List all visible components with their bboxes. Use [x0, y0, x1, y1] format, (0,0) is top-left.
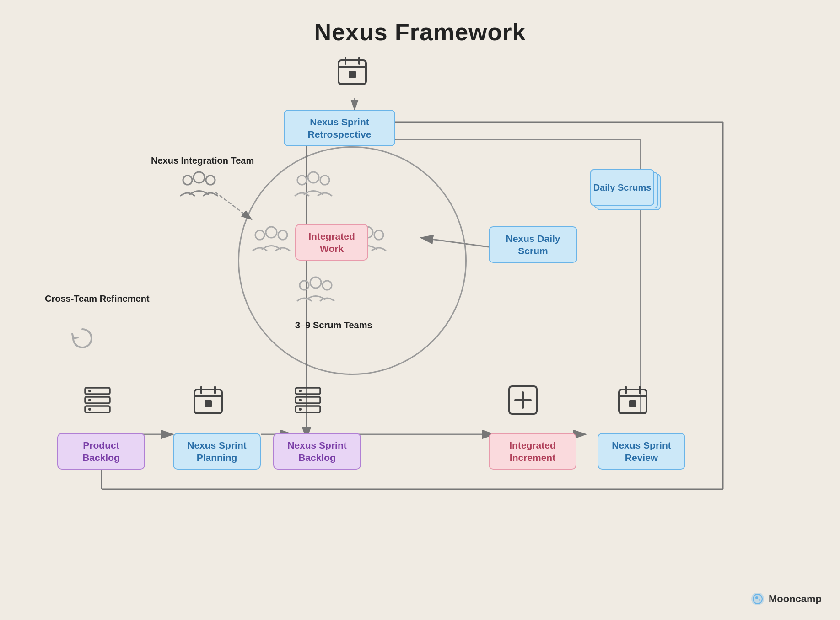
team-icon-top	[293, 169, 334, 203]
retrospective-icon-container	[336, 55, 368, 87]
nexus-integration-team-icon	[178, 169, 220, 203]
svg-rect-25	[349, 71, 356, 78]
calendar-icon	[336, 55, 368, 87]
svg-point-69	[759, 599, 760, 601]
svg-point-55	[299, 390, 302, 392]
mooncamp-logo	[750, 592, 765, 606]
svg-point-56	[299, 399, 302, 401]
product-backlog-box: Product Backlog	[57, 433, 145, 470]
mooncamp-text: Mooncamp	[769, 593, 822, 605]
product-backlog-icon-container	[81, 384, 113, 416]
team-icon-left	[251, 224, 292, 258]
refinement-refresh-icon	[69, 325, 96, 354]
svg-point-57	[299, 408, 302, 411]
integrated-work-box: Integrated Work	[295, 224, 368, 261]
sprint-review-icon-container	[617, 384, 649, 416]
svg-point-45	[88, 399, 91, 401]
integrated-increment-box: Integrated Increment	[489, 433, 576, 470]
svg-point-26	[194, 172, 205, 183]
sprint-top-team-icon	[293, 169, 334, 203]
team-icon-bottom	[295, 274, 336, 309]
calendar-icon-review	[617, 384, 649, 416]
plus-icon-increment	[507, 384, 539, 416]
server-icon-product-backlog	[81, 384, 113, 416]
retrospective-box: Nexus Sprint Retrospective	[284, 110, 395, 146]
svg-point-33	[255, 230, 264, 240]
svg-point-27	[183, 176, 192, 185]
svg-point-30	[297, 176, 307, 185]
page-title: Nexus Framework	[0, 0, 840, 46]
svg-point-32	[266, 227, 277, 238]
sprint-planning-box: Nexus Sprint Planning	[173, 433, 261, 470]
mooncamp-brand: Mooncamp	[750, 592, 822, 606]
svg-line-11	[215, 192, 252, 219]
server-icon-sprint-backlog	[292, 384, 324, 416]
integrated-increment-icon-container	[507, 384, 539, 416]
svg-point-46	[88, 408, 91, 411]
svg-point-37	[374, 230, 383, 240]
svg-point-28	[206, 176, 215, 185]
cross-team-refinement-label: Cross-Team Refinement	[45, 293, 150, 305]
svg-point-40	[323, 281, 332, 290]
daily-scrum-box: Nexus Daily Scrum	[489, 226, 577, 263]
sprint-backlog-box: Nexus Sprint Backlog	[273, 433, 361, 470]
scrum-teams-label: 3–9 Scrum Teams	[295, 320, 372, 331]
svg-point-31	[320, 176, 329, 185]
svg-point-34	[278, 230, 287, 240]
svg-point-38	[310, 277, 321, 288]
svg-point-44	[88, 390, 91, 392]
sprint-circle	[238, 146, 467, 375]
svg-point-68	[755, 596, 758, 599]
sprint-bottom-team-icon	[295, 274, 336, 309]
svg-rect-51	[205, 400, 212, 407]
sprint-left-team-icon	[251, 224, 292, 258]
sprint-review-box: Nexus Sprint Review	[598, 433, 685, 470]
daily-scrums-label: Daily Scrums	[593, 182, 652, 193]
nexus-integration-label: Nexus Integration Team	[151, 155, 254, 166]
svg-point-29	[308, 172, 319, 183]
svg-point-39	[300, 281, 309, 290]
sprint-planning-icon-container	[192, 384, 224, 416]
people-group-icon	[178, 169, 220, 203]
svg-rect-65	[629, 400, 636, 407]
calendar-icon-planning	[192, 384, 224, 416]
sprint-backlog-icon-container	[292, 384, 324, 416]
